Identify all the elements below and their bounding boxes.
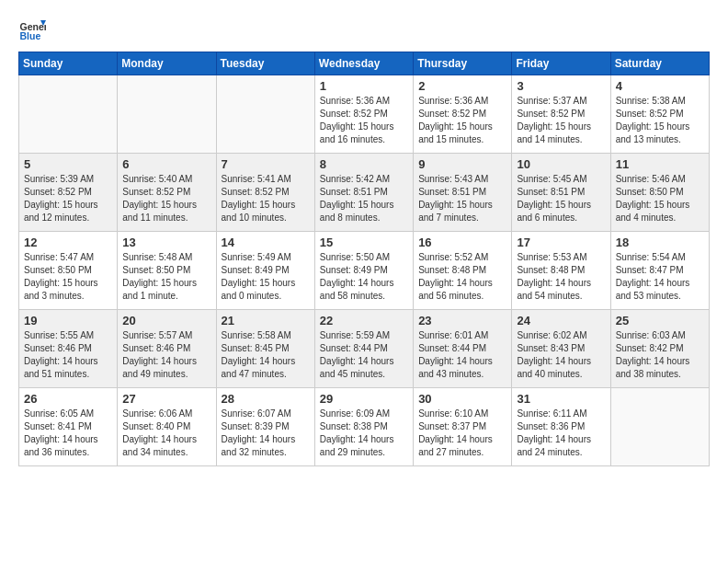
day-info: Sunrise: 5:49 AM Sunset: 8:49 PM Dayligh… [222,251,310,303]
calendar-cell: 25Sunrise: 6:03 AM Sunset: 8:42 PM Dayli… [610,310,709,388]
calendar-cell: 30Sunrise: 6:10 AM Sunset: 8:37 PM Dayli… [414,388,512,466]
day-info: Sunrise: 6:07 AM Sunset: 8:39 PM Dayligh… [222,408,310,459]
calendar-cell: 17Sunrise: 5:53 AM Sunset: 8:48 PM Dayli… [512,232,610,310]
calendar-cell: 22Sunrise: 5:59 AM Sunset: 8:44 PM Dayli… [314,310,413,388]
calendar-header-sunday: Sunday [19,52,118,75]
day-info: Sunrise: 5:48 AM Sunset: 8:50 PM Dayligh… [122,251,210,303]
day-info: Sunrise: 6:09 AM Sunset: 8:38 PM Dayligh… [320,408,408,459]
calendar-cell: 9Sunrise: 5:43 AM Sunset: 8:51 PM Daylig… [414,154,512,232]
calendar-cell: 11Sunrise: 5:46 AM Sunset: 8:50 PM Dayli… [610,154,709,232]
calendar-header-friday: Friday [512,52,610,75]
calendar-header-tuesday: Tuesday [216,52,314,75]
calendar-cell: 28Sunrise: 6:07 AM Sunset: 8:39 PM Dayli… [216,388,314,466]
day-info: Sunrise: 5:46 AM Sunset: 8:50 PM Dayligh… [616,173,704,224]
day-number: 23 [418,314,506,327]
day-number: 26 [24,392,112,406]
calendar-cell [610,388,709,466]
day-info: Sunrise: 5:50 AM Sunset: 8:49 PM Dayligh… [320,251,408,303]
calendar-table: SundayMondayTuesdayWednesdayThursdayFrid… [18,52,710,466]
day-info: Sunrise: 5:55 AM Sunset: 8:46 PM Dayligh… [24,329,112,381]
day-number: 30 [418,392,506,406]
day-number: 24 [517,314,605,327]
calendar-cell [216,75,314,154]
day-info: Sunrise: 6:10 AM Sunset: 8:37 PM Dayligh… [418,408,506,459]
day-info: Sunrise: 6:05 AM Sunset: 8:41 PM Dayligh… [24,408,112,459]
calendar-cell: 14Sunrise: 5:49 AM Sunset: 8:49 PM Dayli… [216,232,314,310]
calendar-week-row: 5Sunrise: 5:39 AM Sunset: 8:52 PM Daylig… [19,154,710,232]
day-info: Sunrise: 5:45 AM Sunset: 8:51 PM Dayligh… [517,173,605,224]
svg-text:Blue: Blue [20,30,41,41]
day-number: 16 [418,236,506,249]
day-number: 5 [24,157,112,171]
logo: General Blue [18,15,50,42]
calendar-cell: 26Sunrise: 6:05 AM Sunset: 8:41 PM Dayli… [19,388,118,466]
day-number: 31 [517,392,605,406]
calendar-header-row: SundayMondayTuesdayWednesdayThursdayFrid… [19,52,710,75]
day-info: Sunrise: 5:37 AM Sunset: 8:52 PM Dayligh… [517,95,605,146]
day-info: Sunrise: 5:36 AM Sunset: 8:52 PM Dayligh… [320,95,408,146]
day-number: 4 [616,79,704,93]
day-number: 6 [122,157,210,171]
calendar-cell: 3Sunrise: 5:37 AM Sunset: 8:52 PM Daylig… [512,75,610,154]
day-info: Sunrise: 5:41 AM Sunset: 8:52 PM Dayligh… [222,173,310,224]
day-info: Sunrise: 6:03 AM Sunset: 8:42 PM Dayligh… [616,329,704,381]
day-info: Sunrise: 5:43 AM Sunset: 8:51 PM Dayligh… [418,173,506,224]
page: General Blue SundayMondayTuesdayWednesda… [0,0,728,563]
calendar-cell: 10Sunrise: 5:45 AM Sunset: 8:51 PM Dayli… [512,154,610,232]
day-info: Sunrise: 5:54 AM Sunset: 8:47 PM Dayligh… [616,251,704,303]
day-info: Sunrise: 5:58 AM Sunset: 8:45 PM Dayligh… [222,329,310,381]
day-number: 8 [320,157,408,171]
day-info: Sunrise: 6:02 AM Sunset: 8:43 PM Dayligh… [517,329,605,381]
day-info: Sunrise: 6:06 AM Sunset: 8:40 PM Dayligh… [122,408,210,459]
calendar-cell: 16Sunrise: 5:52 AM Sunset: 8:48 PM Dayli… [414,232,512,310]
calendar-header-monday: Monday [118,52,216,75]
calendar-header-wednesday: Wednesday [314,52,413,75]
calendar-cell: 24Sunrise: 6:02 AM Sunset: 8:43 PM Dayli… [512,310,610,388]
calendar-cell: 7Sunrise: 5:41 AM Sunset: 8:52 PM Daylig… [216,154,314,232]
calendar-week-row: 12Sunrise: 5:47 AM Sunset: 8:50 PM Dayli… [19,232,710,310]
day-number: 20 [122,314,210,327]
day-number: 1 [320,79,408,93]
day-number: 25 [616,314,704,327]
day-number: 27 [122,392,210,406]
calendar-cell: 13Sunrise: 5:48 AM Sunset: 8:50 PM Dayli… [118,232,216,310]
day-number: 11 [616,157,704,171]
day-number: 9 [418,157,506,171]
calendar-cell [19,75,118,154]
day-number: 7 [222,157,310,171]
day-info: Sunrise: 6:11 AM Sunset: 8:36 PM Dayligh… [517,408,605,459]
day-number: 18 [616,236,704,249]
day-info: Sunrise: 5:40 AM Sunset: 8:52 PM Dayligh… [122,173,210,224]
calendar-header-saturday: Saturday [610,52,709,75]
day-number: 3 [517,79,605,93]
calendar-cell: 21Sunrise: 5:58 AM Sunset: 8:45 PM Dayli… [216,310,314,388]
day-info: Sunrise: 5:47 AM Sunset: 8:50 PM Dayligh… [24,251,112,303]
header: General Blue [18,15,710,42]
day-number: 13 [122,236,210,249]
calendar-week-row: 19Sunrise: 5:55 AM Sunset: 8:46 PM Dayli… [19,310,710,388]
calendar-cell: 19Sunrise: 5:55 AM Sunset: 8:46 PM Dayli… [19,310,118,388]
calendar-cell: 20Sunrise: 5:57 AM Sunset: 8:46 PM Dayli… [118,310,216,388]
day-info: Sunrise: 5:52 AM Sunset: 8:48 PM Dayligh… [418,251,506,303]
calendar-cell: 23Sunrise: 6:01 AM Sunset: 8:44 PM Dayli… [414,310,512,388]
calendar-cell: 2Sunrise: 5:36 AM Sunset: 8:52 PM Daylig… [414,75,512,154]
day-info: Sunrise: 5:38 AM Sunset: 8:52 PM Dayligh… [616,95,704,146]
day-info: Sunrise: 5:59 AM Sunset: 8:44 PM Dayligh… [320,329,408,381]
calendar-cell: 15Sunrise: 5:50 AM Sunset: 8:49 PM Dayli… [314,232,413,310]
calendar-cell [118,75,216,154]
calendar-cell: 8Sunrise: 5:42 AM Sunset: 8:51 PM Daylig… [314,154,413,232]
day-info: Sunrise: 5:36 AM Sunset: 8:52 PM Dayligh… [418,95,506,146]
calendar-week-row: 1Sunrise: 5:36 AM Sunset: 8:52 PM Daylig… [19,75,710,154]
calendar-cell: 29Sunrise: 6:09 AM Sunset: 8:38 PM Dayli… [314,388,413,466]
day-number: 12 [24,236,112,249]
calendar-header-thursday: Thursday [414,52,512,75]
day-number: 17 [517,236,605,249]
day-number: 15 [320,236,408,249]
day-number: 22 [320,314,408,327]
day-number: 10 [517,157,605,171]
day-info: Sunrise: 5:53 AM Sunset: 8:48 PM Dayligh… [517,251,605,303]
day-number: 19 [24,314,112,327]
day-number: 2 [418,79,506,93]
calendar-cell: 1Sunrise: 5:36 AM Sunset: 8:52 PM Daylig… [314,75,413,154]
day-number: 21 [222,314,310,327]
